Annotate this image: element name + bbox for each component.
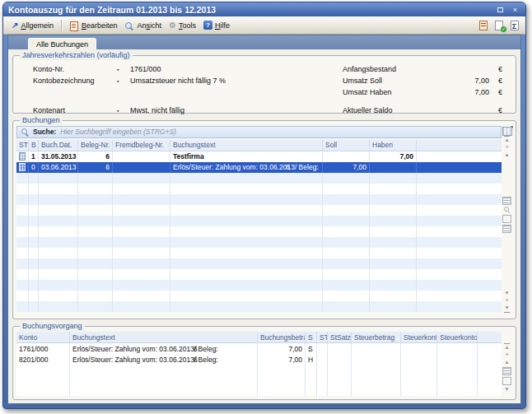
empty-row[interactable]	[16, 258, 502, 269]
menu-hilfe-label: Hilfe	[215, 21, 230, 30]
title-bar[interactable]: Kontoauszug für den Zeitraum 01.2013 bis…	[3, 2, 525, 16]
field-label: Umsatz Haben	[343, 88, 446, 96]
col-header-buchungstext[interactable]: Buchungstext	[170, 140, 323, 151]
column-chooser-icon[interactable]	[502, 127, 512, 136]
field-value: Mwst. nicht fällig	[130, 106, 184, 114]
add-row-icon[interactable]: +	[505, 351, 509, 359]
view-options-icon[interactable]	[502, 225, 511, 233]
cell-text-beleg: 6	[286, 162, 290, 173]
empty-row[interactable]	[16, 194, 502, 205]
cell-steuerkonto1	[401, 343, 437, 354]
col-header-haben[interactable]: Haben	[370, 140, 417, 151]
field-umsatz-haben: Umsatz Haben 7,00 €	[343, 86, 502, 98]
menu-ansicht[interactable]: Ansicht	[121, 19, 165, 32]
col-header-b[interactable]: B	[29, 140, 39, 151]
scroll-down-icon[interactable]: ▼	[504, 386, 509, 393]
details-icon[interactable]	[502, 367, 511, 375]
col-header-steuerkonto1[interactable]: Steuerkonto 1	[401, 332, 437, 342]
empty-row[interactable]	[16, 226, 502, 237]
notes-button[interactable]	[478, 20, 489, 31]
col-header-buchungsbetrag[interactable]: Buchungsbetrag	[258, 332, 306, 342]
empty-row[interactable]	[16, 173, 502, 184]
empty-row[interactable]	[16, 269, 502, 280]
cell-b: 1	[29, 151, 39, 162]
cell-stsatz	[328, 354, 352, 365]
col-header-filler	[417, 140, 502, 151]
empty-row[interactable]	[16, 291, 502, 301]
booking-row-selected[interactable]: 0 03.06.2013 6 Erlös/Steuer: Zahlung vom…	[16, 162, 502, 173]
empty-row[interactable]	[16, 237, 502, 248]
sum-document-button[interactable]: Σ	[510, 20, 520, 31]
bullet-icon: ▪	[117, 67, 130, 72]
col-header-st[interactable]: ST	[317, 332, 328, 342]
bullet-icon: ▪	[117, 78, 130, 84]
menu-allgemein[interactable]: ↗ Allgemein	[8, 20, 57, 31]
content-area: Jahresverkehrszahlen (vorläufig) Konto-N…	[8, 49, 520, 403]
col-header-steuerkonto2[interactable]: Steuerkonto 2	[437, 332, 478, 342]
transaction-row[interactable]: 1761/000 Erlös/Steuer: Zahlung vom: 03.0…	[16, 343, 502, 354]
col-header-st[interactable]: ST	[16, 140, 29, 151]
menu-bar: ↗ Allgemein Bearbeiten Ansicht ⚙ Tools ?…	[3, 16, 525, 35]
col-header-buchungstext[interactable]: Buchungstext	[70, 332, 258, 342]
cell-date: 31.05.2013	[39, 151, 78, 162]
col-header-s[interactable]: S	[306, 332, 317, 342]
menu-bearbeiten-label: Bearbeiten	[82, 21, 118, 30]
field-label: Konto-Nr.	[33, 65, 117, 73]
search-bar[interactable]: Suche: Hier Suchbegriff eingeben (STRG+S…	[16, 126, 502, 138]
transaction-table-empty-area[interactable]	[16, 365, 502, 396]
edit-icon	[69, 21, 79, 30]
col-header-belegnr[interactable]: Beleg-Nr.	[78, 140, 113, 151]
confirm-document-button[interactable]: ✓	[494, 20, 505, 31]
field-umsatz-soll: Umsatz Soll 7,00 €	[343, 75, 502, 86]
cell-steuerkonto1	[401, 354, 437, 365]
scroll-up-icon[interactable]: ▲	[504, 151, 509, 159]
menu-bearbeiten[interactable]: Bearbeiten	[66, 19, 121, 32]
cell-steuerkonto2	[437, 343, 478, 354]
empty-row[interactable]	[16, 248, 502, 258]
col-header-konto[interactable]: Konto	[16, 332, 70, 342]
bookings-side-toolbar: ▲ + ▲ ▼ + ▼	[502, 126, 512, 315]
menu-tools-label: Tools	[179, 21, 196, 30]
help-icon: ?	[203, 21, 212, 30]
booking-row[interactable]: 1 31.05.2013 6 Testfirma 7,00	[16, 151, 502, 162]
zoom-icon[interactable]	[504, 207, 511, 213]
tab-alle-buchungen[interactable]: Alle Buchungen	[28, 38, 96, 49]
empty-row[interactable]	[16, 280, 502, 291]
col-header-soll[interactable]: Soll	[323, 140, 370, 151]
storno-grid-icon	[19, 163, 26, 171]
cell-text: Testfirma	[170, 151, 323, 162]
restore-button[interactable]	[495, 5, 506, 15]
go-last-icon[interactable]: ▼	[504, 305, 509, 313]
empty-row[interactable]	[16, 205, 502, 216]
bullet-icon: ▪	[117, 108, 130, 114]
transaction-row[interactable]: 8201/000 Erlös/Steuer: Zahlung vom: 03.0…	[16, 354, 502, 365]
empty-row[interactable]	[16, 216, 502, 226]
menu-tools[interactable]: ⚙ Tools	[166, 20, 199, 31]
menu-hilfe[interactable]: ? Hilfe	[200, 19, 233, 31]
cell-betrag: 7,00	[258, 343, 306, 354]
field-value: 1761/000	[130, 65, 161, 73]
currency-symbol: €	[489, 88, 502, 96]
transaction-table-header: Konto Buchungstext Buchungsbetrag S ST S…	[16, 332, 502, 343]
cell-konto: 8201/000	[16, 354, 70, 365]
details-icon[interactable]	[502, 197, 511, 205]
cell-text-beleg: 6	[194, 343, 198, 354]
scroll-up-icon[interactable]: ▲	[504, 359, 509, 366]
col-header-stsatz[interactable]: StSatz	[328, 332, 352, 342]
col-header-steuerbetrag[interactable]: Steuerbetrag	[352, 332, 401, 342]
columns-icon[interactable]	[502, 377, 511, 385]
close-button[interactable]: ×	[510, 5, 520, 15]
add-row-icon[interactable]: +	[505, 297, 509, 305]
col-header-fremdbelegnr[interactable]: Fremdbeleg-Nr.	[113, 140, 170, 151]
field-label: Umsatz Soll	[343, 77, 446, 85]
field-value: Umsatzsteuer nicht fällig 7 %	[130, 77, 226, 85]
transaction-group-title: Buchungsvorgang	[20, 322, 85, 331]
empty-row[interactable]	[16, 301, 502, 312]
empty-row[interactable]	[16, 184, 502, 194]
add-row-icon[interactable]: +	[505, 144, 509, 151]
cell-beleg: 6	[78, 162, 113, 173]
col-header-buchdat[interactable]: Buch.Dat.	[39, 140, 78, 151]
cell-konto: 1761/000	[16, 343, 70, 354]
gear-icon: ⚙	[169, 21, 176, 30]
columns-icon[interactable]	[502, 215, 511, 223]
